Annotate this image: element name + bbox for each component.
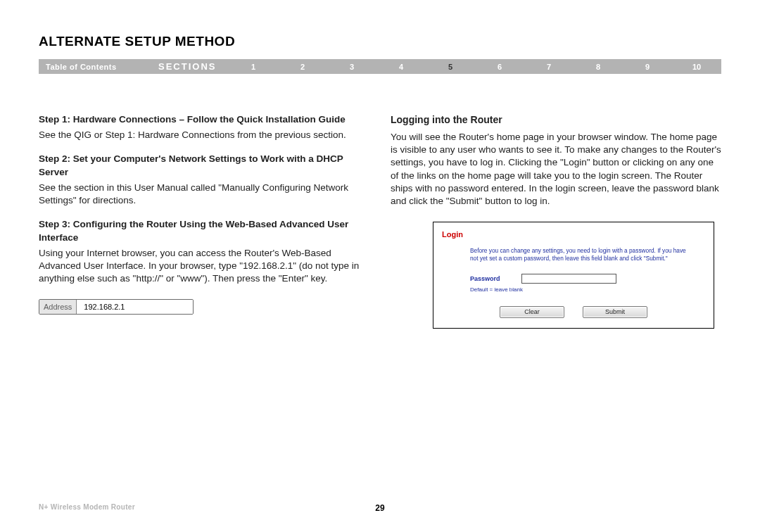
address-value: 192.168.2.1 <box>77 300 193 314</box>
content-columns: Step 1: Hardware Connections – Follow th… <box>39 113 721 329</box>
password-row: Password <box>470 274 705 284</box>
nav-section-9[interactable]: 9 <box>623 63 672 71</box>
step3-heading: Step 3: Configuring the Router Using the… <box>39 218 369 243</box>
footer: N+ Wireless Modem Router 29 <box>39 503 721 511</box>
nav-section-10[interactable]: 10 <box>672 63 721 71</box>
nav-section-7[interactable]: 7 <box>524 63 574 71</box>
submit-button[interactable]: Submit <box>583 306 647 318</box>
step1-body: See the QIG or Step 1: Hardware Connecti… <box>39 129 369 141</box>
browser-address-bar: Address 192.168.2.1 <box>39 299 194 315</box>
login-header: Login <box>442 229 705 240</box>
nav-section-5[interactable]: 5 <box>426 63 475 71</box>
nav-section-1[interactable]: 1 <box>229 63 278 71</box>
nav-section-6[interactable]: 6 <box>475 63 524 71</box>
password-input[interactable] <box>521 274 616 284</box>
clear-button[interactable]: Clear <box>500 306 564 318</box>
step2-heading: Step 2: Set your Computer's Network Sett… <box>39 153 369 178</box>
nav-sections-label: SECTIONS <box>158 61 229 72</box>
footer-product: N+ Wireless Modem Router <box>39 503 135 511</box>
password-label: Password <box>470 274 500 283</box>
page-title: ALTERNATE SETUP METHOD <box>39 34 721 49</box>
footer-page-number: 29 <box>375 503 384 513</box>
login-instruction: Before you can change any settings, you … <box>470 247 695 262</box>
nav-section-4[interactable]: 4 <box>376 63 426 71</box>
logging-in-body: You will see the Router's home page in y… <box>391 131 721 208</box>
right-column: Logging into the Router You will see the… <box>391 113 721 329</box>
login-panel: Login Before you can change any settings… <box>433 222 714 329</box>
address-label: Address <box>39 300 77 314</box>
left-column: Step 1: Hardware Connections – Follow th… <box>39 113 369 329</box>
logging-in-heading: Logging into the Router <box>391 113 721 127</box>
nav-section-2[interactable]: 2 <box>278 63 327 71</box>
nav-section-8[interactable]: 8 <box>574 63 623 71</box>
login-buttons: Clear Submit <box>442 306 705 318</box>
nav-toc[interactable]: Table of Contents <box>39 63 158 71</box>
step2-body: See the section in this User Manual call… <box>39 182 369 207</box>
nav-section-3[interactable]: 3 <box>327 63 376 71</box>
password-hint: Default = leave blank <box>470 286 705 294</box>
step1-heading: Step 1: Hardware Connections – Follow th… <box>39 113 369 126</box>
sections-nav: Table of Contents SECTIONS 1 2 3 4 5 6 7… <box>39 59 721 74</box>
step3-body: Using your Internet browser, you can acc… <box>39 247 369 286</box>
